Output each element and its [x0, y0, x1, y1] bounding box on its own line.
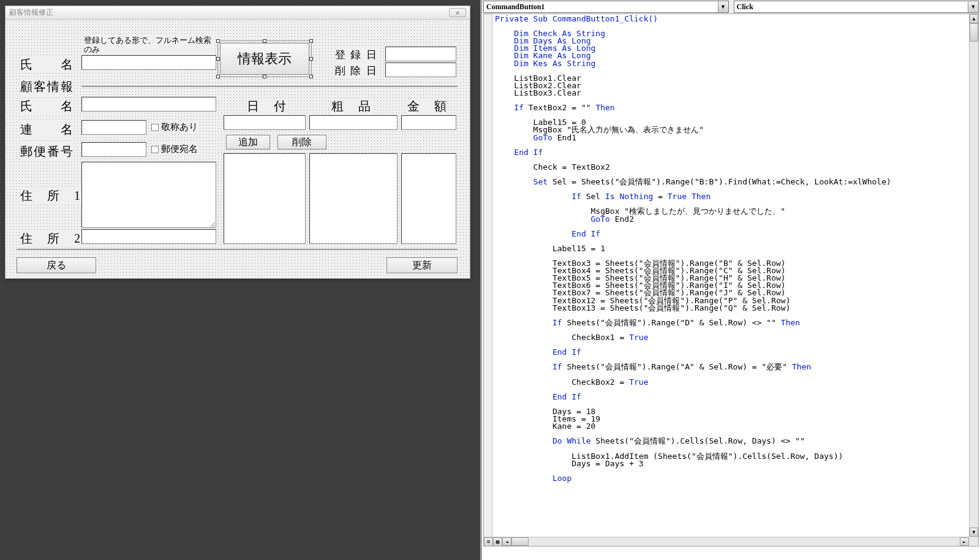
- listbox-date[interactable]: [224, 153, 306, 244]
- label-date: 日 付: [247, 98, 287, 115]
- combo-row: CommandButton1 ▼ Click ▼: [482, 0, 980, 13]
- textbox-name[interactable]: [81, 97, 216, 112]
- scroll-down-icon[interactable]: ▼: [970, 528, 978, 537]
- scroll-corner: [969, 537, 978, 546]
- view-proc-icon[interactable]: ≡: [484, 537, 493, 547]
- vertical-scrollbar[interactable]: ▲ ▼: [969, 14, 978, 537]
- show-info-button[interactable]: 情報表示: [220, 43, 309, 75]
- label-addr1: 住 所 1: [20, 187, 81, 204]
- label-postal: 郵便番号: [20, 143, 74, 160]
- horizontal-scrollbar[interactable]: ≡ ▦ ◄ ►: [484, 537, 969, 546]
- code-text[interactable]: Private Sub CommandButton1_Click() Dim C…: [492, 14, 969, 546]
- userform-window: 顧客情報修正 ✕ 登録してある形で、フルネーム検索のみ有効です。 氏 名 情報表…: [5, 6, 470, 279]
- checkbox-icon: [151, 146, 159, 153]
- close-icon[interactable]: ✕: [449, 8, 466, 17]
- chevron-down-icon[interactable]: ▼: [968, 1, 978, 12]
- checkbox-postalname[interactable]: 郵便宛名: [151, 143, 198, 155]
- label-name2: 氏 名: [20, 98, 74, 115]
- checkbox-icon: [151, 124, 159, 131]
- code-pane: CommandButton1 ▼ Click ▼ Private Sub Com…: [480, 0, 980, 560]
- scroll-thumb-h[interactable]: [511, 537, 529, 546]
- view-full-icon[interactable]: ▦: [493, 537, 502, 547]
- scroll-up-icon[interactable]: ▲: [970, 14, 978, 23]
- form-body[interactable]: 登録してある形で、フルネーム検索のみ有効です。 氏 名 情報表示 登 録 日 削…: [6, 20, 470, 278]
- scroll-thumb[interactable]: [970, 23, 978, 42]
- title-bar[interactable]: 顧客情報修正 ✕: [6, 6, 470, 20]
- window-title: 顧客情報修正: [9, 7, 53, 18]
- procedure-combobox[interactable]: Click ▼: [734, 1, 979, 13]
- code-editor[interactable]: Private Sub CommandButton1_Click() Dim C…: [483, 13, 979, 547]
- update-button[interactable]: 更新: [386, 257, 458, 273]
- divider-line: [17, 249, 458, 250]
- label-deldate: 削 除 日: [335, 64, 378, 78]
- listbox-item[interactable]: [309, 153, 398, 244]
- label-regdate: 登 録 日: [335, 48, 378, 62]
- group-label: 顧客情報: [20, 78, 74, 95]
- textbox-joint[interactable]: [81, 120, 146, 135]
- textbox-addr1[interactable]: [81, 162, 216, 228]
- code-gutter: [484, 14, 492, 537]
- back-button[interactable]: 戻る: [17, 257, 96, 273]
- checkbox-honorific[interactable]: 敬称あり: [151, 121, 198, 133]
- textbox-item[interactable]: [309, 115, 398, 130]
- textbox-deldate[interactable]: [385, 62, 456, 77]
- group-frame-line: [81, 86, 458, 87]
- listbox-amount[interactable]: [401, 153, 456, 244]
- textbox-amount[interactable]: [401, 115, 456, 130]
- scroll-right-icon[interactable]: ►: [960, 537, 969, 546]
- delete-button[interactable]: 削除: [277, 135, 326, 149]
- textbox-regdate[interactable]: [385, 47, 456, 61]
- textbox-name-search[interactable]: [81, 55, 216, 70]
- form-designer-pane: 顧客情報修正 ✕ 登録してある形で、フルネーム検索のみ有効です。 氏 名 情報表…: [0, 0, 479, 560]
- scroll-left-icon[interactable]: ◄: [502, 537, 511, 546]
- label-item: 粗 品: [331, 98, 372, 115]
- label-name1: 氏 名: [20, 56, 74, 73]
- label-addr2: 住 所 2: [20, 230, 81, 247]
- add-button[interactable]: 追加: [226, 135, 270, 149]
- label-joint: 連 名: [20, 121, 74, 138]
- scroll-track[interactable]: [529, 537, 960, 546]
- textbox-date[interactable]: [224, 115, 306, 130]
- textbox-addr2[interactable]: [81, 229, 216, 244]
- label-amount: 金 額: [407, 98, 448, 115]
- textbox-postal[interactable]: [81, 142, 146, 157]
- object-combobox[interactable]: CommandButton1 ▼: [483, 1, 729, 13]
- chevron-down-icon[interactable]: ▼: [718, 1, 728, 12]
